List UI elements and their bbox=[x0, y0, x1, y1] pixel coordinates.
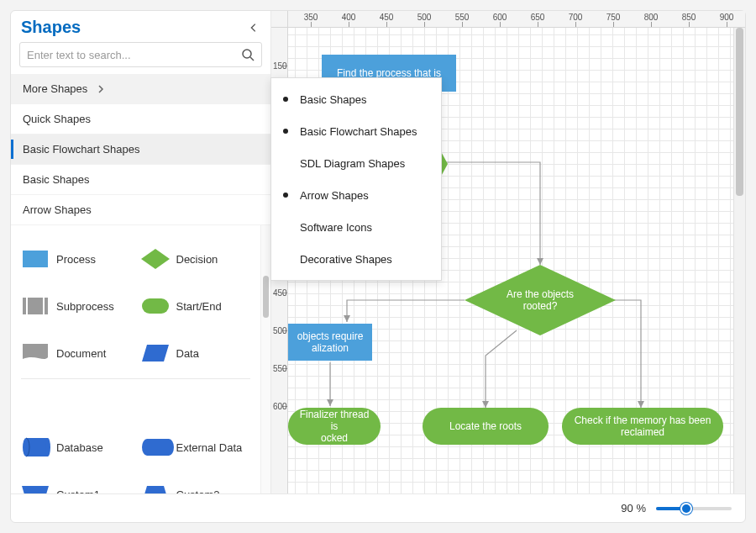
zoom-slider-knob[interactable] bbox=[680, 503, 692, 515]
collapse-panel-button[interactable] bbox=[247, 21, 260, 34]
category-more-shapes[interactable]: More Shapes bbox=[11, 74, 270, 104]
zoom-slider[interactable] bbox=[656, 507, 732, 510]
menu-item-basic-shapes[interactable]: Basic Shapes bbox=[271, 83, 441, 115]
checked-dot-icon bbox=[283, 97, 288, 102]
custom2-icon bbox=[141, 483, 170, 493]
menu-item-software-icons[interactable]: Software Icons bbox=[271, 211, 441, 243]
shape-label: External Data bbox=[176, 441, 243, 454]
shape-database[interactable]: Database bbox=[18, 424, 134, 471]
category-basic-flowchart-shapes[interactable]: Basic Flowchart Shapes bbox=[11, 135, 270, 165]
svg-marker-10 bbox=[22, 486, 49, 493]
svg-marker-13 bbox=[344, 315, 350, 322]
menu-item-basic-flowchart-shapes[interactable]: Basic Flowchart Shapes bbox=[271, 115, 441, 147]
svg-rect-7 bbox=[142, 298, 169, 314]
checked-dot-icon bbox=[283, 129, 288, 134]
custom1-icon bbox=[21, 483, 50, 493]
svg-marker-12 bbox=[537, 258, 543, 265]
startend-icon bbox=[141, 295, 170, 317]
menu-item-label: Software Icons bbox=[300, 221, 372, 234]
menu-item-label: SDL Diagram Shapes bbox=[300, 157, 405, 170]
zoom-level-label: 90 % bbox=[621, 502, 646, 515]
chevron-right-icon bbox=[96, 84, 106, 94]
category-label: More Shapes bbox=[23, 82, 87, 95]
subprocess-icon bbox=[21, 295, 50, 317]
connector bbox=[614, 300, 644, 408]
external-data-icon bbox=[141, 436, 170, 458]
connector bbox=[439, 162, 543, 265]
scrollbar-thumb[interactable] bbox=[263, 276, 269, 318]
shape-document[interactable]: Document bbox=[18, 330, 134, 377]
shape-custom2[interactable]: Custom2 bbox=[138, 471, 255, 493]
shape-category-list: More Shapes Quick Shapes Basic Flowchart… bbox=[11, 74, 270, 225]
node-process-objects-require[interactable]: objects require alization bbox=[288, 324, 372, 361]
node-label: objects require alization bbox=[297, 330, 364, 354]
category-basic-shapes[interactable]: Basic Shapes bbox=[11, 165, 270, 195]
search-input[interactable] bbox=[27, 49, 241, 61]
shape-label: Decision bbox=[176, 253, 218, 266]
shape-label: Start/End bbox=[176, 300, 222, 313]
svg-marker-15 bbox=[638, 401, 644, 408]
category-label: Arrow Shapes bbox=[23, 203, 92, 216]
shape-startend[interactable]: Start/End bbox=[138, 282, 255, 330]
category-arrow-shapes[interactable]: Arrow Shapes bbox=[11, 195, 270, 225]
shape-label: Custom2 bbox=[176, 488, 220, 494]
shape-subprocess[interactable]: Subprocess bbox=[18, 282, 134, 330]
data-icon bbox=[141, 342, 170, 364]
shape-custom1[interactable]: Custom1 bbox=[18, 471, 134, 493]
menu-item-decorative-shapes[interactable]: Decorative Shapes bbox=[271, 243, 441, 275]
svg-marker-8 bbox=[142, 345, 169, 361]
document-icon bbox=[21, 342, 50, 364]
svg-line-1 bbox=[250, 57, 254, 61]
more-shapes-menu[interactable]: Basic Shapes Basic Flowchart Shapes SDL … bbox=[270, 77, 442, 281]
status-bar: 90 % bbox=[11, 493, 745, 522]
node-label: Are the objects rooted? bbox=[465, 265, 616, 335]
node-startend-finalizer[interactable]: Finalizer thread is ocked bbox=[288, 408, 381, 445]
node-label: Finalizer thread is ocked bbox=[295, 409, 374, 444]
menu-item-label: Basic Flowchart Shapes bbox=[300, 125, 417, 138]
svg-marker-11 bbox=[142, 486, 169, 493]
node-label: Check if the memory has been reclaimed bbox=[575, 414, 711, 438]
svg-point-9 bbox=[45, 438, 50, 456]
node-label: Locate the roots bbox=[449, 420, 522, 432]
shape-label: Data bbox=[176, 347, 199, 360]
menu-item-arrow-shapes[interactable]: Arrow Shapes bbox=[271, 179, 441, 211]
shape-data[interactable]: Data bbox=[138, 330, 255, 377]
menu-item-label: Basic Shapes bbox=[300, 93, 367, 106]
svg-marker-3 bbox=[141, 249, 170, 269]
chevron-left-icon bbox=[248, 22, 260, 34]
decision-icon bbox=[141, 248, 170, 270]
checked-dot-icon bbox=[283, 193, 288, 198]
menu-item-label: Decorative Shapes bbox=[300, 253, 392, 266]
shapes-panel-header: Shapes bbox=[11, 11, 270, 42]
connector bbox=[327, 362, 333, 406]
shape-external-data[interactable]: External Data bbox=[138, 424, 255, 471]
node-startend-locate-roots[interactable]: Locate the roots bbox=[423, 408, 549, 445]
category-label: Basic Shapes bbox=[23, 173, 90, 186]
svg-point-0 bbox=[243, 50, 251, 58]
shape-decision[interactable]: Decision bbox=[138, 235, 255, 282]
shape-gallery-scrollbar[interactable] bbox=[260, 225, 270, 493]
category-label: Quick Shapes bbox=[23, 113, 91, 125]
node-decision-rooted[interactable]: Are the objects rooted? bbox=[465, 265, 616, 335]
shape-gallery: Process Decision Subprocess Start/End bbox=[11, 225, 270, 493]
shape-label: Custom1 bbox=[56, 488, 100, 494]
shape-label: Subprocess bbox=[56, 300, 114, 313]
shape-group-divider bbox=[21, 378, 250, 379]
search-box[interactable] bbox=[19, 42, 262, 67]
shape-grid: Process Decision Subprocess Start/End bbox=[11, 225, 260, 493]
shapes-panel-title: Shapes bbox=[21, 18, 81, 37]
svg-marker-16 bbox=[327, 399, 333, 406]
node-startend-check-memory[interactable]: Check if the memory has been reclaimed bbox=[562, 408, 723, 445]
svg-marker-14 bbox=[482, 401, 489, 408]
menu-item-sdl-diagram-shapes[interactable]: SDL Diagram Shapes bbox=[271, 147, 441, 179]
menu-item-label: Arrow Shapes bbox=[300, 189, 369, 202]
category-quick-shapes[interactable]: Quick Shapes bbox=[11, 104, 270, 135]
process-icon bbox=[21, 248, 50, 270]
shape-label: Document bbox=[56, 347, 106, 360]
connector bbox=[482, 330, 517, 408]
shapes-panel: Shapes More Shapes Quick Shapes Basic bbox=[11, 11, 271, 493]
connector bbox=[344, 300, 465, 322]
shape-process[interactable]: Process bbox=[18, 235, 134, 282]
category-label: Basic Flowchart Shapes bbox=[23, 143, 139, 156]
search-icon bbox=[241, 48, 255, 61]
